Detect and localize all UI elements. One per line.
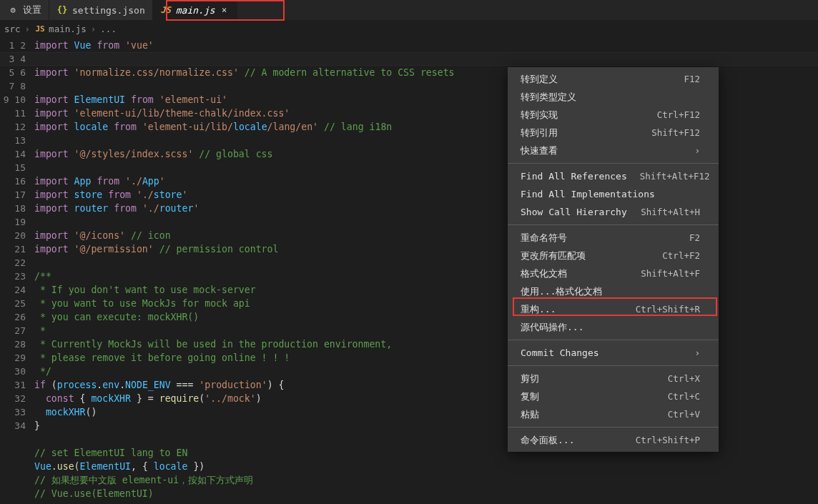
context-menu-label: 源代码操作... (521, 321, 583, 334)
context-menu-item[interactable]: 转到实现Ctrl+F12 (508, 106, 719, 124)
tab-main-js[interactable]: JS main.js × (153, 0, 237, 20)
context-menu-item[interactable]: 重构...Ctrl+Shift+R (508, 300, 719, 318)
tab-bar: ⚙ 设置 {} settings.json JS main.js × (0, 0, 818, 20)
tab-label: main.js (176, 5, 215, 16)
context-menu-item[interactable]: 命令面板...Ctrl+Shift+P (508, 431, 719, 449)
context-menu-item[interactable]: 转到引用Shift+F12 (508, 124, 719, 142)
context-menu-label: 重命名符号 (521, 232, 567, 244)
context-menu-shortcut: Ctrl+C (668, 391, 700, 402)
breadcrumb[interactable]: src › JS main.js › ... (0, 20, 818, 37)
context-menu-item[interactable]: Commit Changes› (508, 344, 719, 362)
context-menu-label: 格式化文档 (521, 267, 567, 280)
gear-icon: ⚙ (7, 5, 19, 15)
context-menu-shortcut: Shift+Alt+F (641, 268, 700, 279)
context-menu-separator (508, 340, 719, 340)
context-menu-label: 粘贴 (521, 408, 539, 421)
breadcrumb-file[interactable]: main.js (49, 24, 87, 34)
context-menu-label: 使用...格式化文档 (521, 285, 602, 298)
context-menu-item[interactable]: 转到定义F12 (508, 70, 719, 88)
context-menu-separator (508, 224, 719, 225)
context-menu-label: 快速查看 (521, 144, 558, 157)
context-menu-label: Find All References (521, 171, 627, 182)
context-menu-label: 重构... (521, 303, 556, 316)
context-menu-separator (508, 163, 719, 164)
breadcrumb-more[interactable]: ... (100, 24, 117, 34)
context-menu-item[interactable]: 转到类型定义 (508, 88, 719, 106)
context-menu-shortcut: F12 (684, 74, 700, 84)
context-menu-item[interactable]: 剪切Ctrl+X (508, 370, 719, 387)
context-menu-label: 复制 (521, 390, 539, 403)
context-menu-shortcut: Ctrl+F2 (662, 250, 700, 261)
context-menu-item[interactable]: 源代码操作... (508, 318, 719, 336)
context-menu-label: 转到定义 (521, 73, 558, 86)
line-gutter: 1 2 3 4 5 6 7 8 9 10 11 12 13 14 15 16 1… (0, 37, 34, 504)
chevron-right-icon: › (24, 24, 32, 34)
chevron-right-icon: › (89, 24, 98, 34)
context-menu-separator (508, 427, 719, 428)
context-menu-item[interactable]: 使用...格式化文档 (508, 282, 719, 300)
context-menu-item[interactable]: 更改所有匹配项Ctrl+F2 (508, 247, 719, 265)
context-menu-shortcut: Shift+Alt+F12 (640, 171, 710, 182)
context-menu-item[interactable]: 格式化文档Shift+Alt+F (508, 265, 719, 282)
context-menu-shortcut: Shift+F12 (651, 127, 700, 138)
chevron-right-icon: › (695, 348, 700, 358)
context-menu-label: 转到类型定义 (521, 91, 576, 104)
context-menu-shortcut: Shift+Alt+H (641, 207, 700, 217)
context-menu-separator (508, 365, 719, 366)
context-menu-shortcut: Ctrl+Shift+R (636, 304, 700, 315)
context-menu-item[interactable]: Show Call HierarchyShift+Alt+H (508, 203, 719, 221)
json-icon: {} (56, 5, 68, 15)
context-menu-shortcut: F2 (689, 232, 700, 243)
context-menu-shortcut: Ctrl+Shift+P (636, 435, 700, 445)
js-file-icon: JS (34, 24, 46, 34)
tab-settings-json[interactable]: {} settings.json (49, 0, 153, 20)
context-menu-label: Find All Implementations (521, 189, 655, 199)
context-menu-shortcut: Ctrl+X (668, 373, 700, 384)
context-menu-shortcut: Ctrl+F12 (657, 109, 700, 120)
chevron-right-icon: › (695, 146, 700, 156)
context-menu-label: 更改所有匹配项 (521, 249, 586, 262)
context-menu-item[interactable]: Find All Implementations (508, 185, 719, 203)
context-menu-item[interactable]: 复制Ctrl+C (508, 387, 719, 405)
context-menu-label: 剪切 (521, 372, 539, 385)
context-menu-label: Commit Changes (521, 347, 599, 358)
context-menu-label: Show Call Hierarchy (521, 207, 627, 217)
context-menu-shortcut: Ctrl+V (668, 409, 700, 420)
context-menu-label: 转到引用 (521, 127, 558, 139)
context-menu-item[interactable]: 快速查看› (508, 142, 719, 159)
tab-label: 设置 (23, 4, 41, 16)
close-icon[interactable]: × (220, 5, 230, 15)
context-menu-item[interactable]: 粘贴Ctrl+V (508, 405, 719, 423)
tab-settings[interactable]: ⚙ 设置 (0, 0, 49, 20)
context-menu-item[interactable]: Find All ReferencesShift+Alt+F12 (508, 167, 719, 185)
breadcrumb-folder[interactable]: src (4, 24, 21, 34)
context-menu-item[interactable]: 重命名符号F2 (508, 229, 719, 247)
js-file-icon: JS (160, 5, 172, 15)
tab-label: settings.json (72, 5, 145, 16)
context-menu-label: 命令面板... (521, 434, 574, 447)
context-menu: 转到定义F12转到类型定义转到实现Ctrl+F12转到引用Shift+F12快速… (508, 67, 719, 452)
context-menu-label: 转到实现 (521, 109, 558, 122)
